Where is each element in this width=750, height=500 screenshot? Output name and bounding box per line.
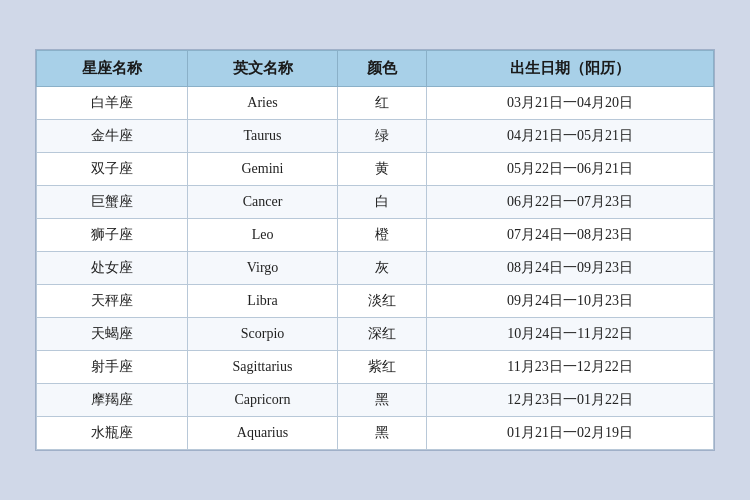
table-row: 水瓶座Aquarius黑01月21日一02月19日: [37, 417, 714, 450]
table-cell: Aries: [187, 87, 338, 120]
table-cell: 01月21日一02月19日: [427, 417, 714, 450]
table-row: 摩羯座Capricorn黑12月23日一01月22日: [37, 384, 714, 417]
table-row: 天秤座Libra淡红09月24日一10月23日: [37, 285, 714, 318]
table-cell: 射手座: [37, 351, 188, 384]
table-cell: 白: [338, 186, 427, 219]
table-row: 金牛座Taurus绿04月21日一05月21日: [37, 120, 714, 153]
zodiac-table-container: 星座名称 英文名称 颜色 出生日期（阳历） 白羊座Aries红03月21日一04…: [35, 49, 715, 451]
header-chinese-name: 星座名称: [37, 51, 188, 87]
table-cell: 12月23日一01月22日: [427, 384, 714, 417]
table-cell: 绿: [338, 120, 427, 153]
table-cell: 淡红: [338, 285, 427, 318]
table-row: 天蝎座Scorpio深红10月24日一11月22日: [37, 318, 714, 351]
table-cell: 08月24日一09月23日: [427, 252, 714, 285]
table-cell: 白羊座: [37, 87, 188, 120]
header-color: 颜色: [338, 51, 427, 87]
table-row: 白羊座Aries红03月21日一04月20日: [37, 87, 714, 120]
header-birthdate: 出生日期（阳历）: [427, 51, 714, 87]
table-row: 射手座Sagittarius紫红11月23日一12月22日: [37, 351, 714, 384]
table-cell: Aquarius: [187, 417, 338, 450]
table-cell: 05月22日一06月21日: [427, 153, 714, 186]
table-cell: 橙: [338, 219, 427, 252]
table-cell: Capricorn: [187, 384, 338, 417]
table-cell: Scorpio: [187, 318, 338, 351]
table-cell: 摩羯座: [37, 384, 188, 417]
table-cell: Leo: [187, 219, 338, 252]
table-cell: Taurus: [187, 120, 338, 153]
table-cell: 紫红: [338, 351, 427, 384]
table-cell: 11月23日一12月22日: [427, 351, 714, 384]
table-cell: 07月24日一08月23日: [427, 219, 714, 252]
table-cell: 红: [338, 87, 427, 120]
table-cell: 深红: [338, 318, 427, 351]
table-row: 狮子座Leo橙07月24日一08月23日: [37, 219, 714, 252]
table-cell: 处女座: [37, 252, 188, 285]
table-row: 巨蟹座Cancer白06月22日一07月23日: [37, 186, 714, 219]
table-cell: Sagittarius: [187, 351, 338, 384]
table-cell: Libra: [187, 285, 338, 318]
table-cell: Gemini: [187, 153, 338, 186]
table-cell: 天秤座: [37, 285, 188, 318]
table-cell: 03月21日一04月20日: [427, 87, 714, 120]
table-cell: 双子座: [37, 153, 188, 186]
table-cell: 10月24日一11月22日: [427, 318, 714, 351]
table-cell: 巨蟹座: [37, 186, 188, 219]
table-cell: 黑: [338, 384, 427, 417]
table-cell: 黄: [338, 153, 427, 186]
table-cell: 天蝎座: [37, 318, 188, 351]
table-cell: 金牛座: [37, 120, 188, 153]
table-row: 双子座Gemini黄05月22日一06月21日: [37, 153, 714, 186]
table-cell: 06月22日一07月23日: [427, 186, 714, 219]
table-cell: 04月21日一05月21日: [427, 120, 714, 153]
table-cell: 黑: [338, 417, 427, 450]
table-cell: 灰: [338, 252, 427, 285]
table-cell: Cancer: [187, 186, 338, 219]
table-header-row: 星座名称 英文名称 颜色 出生日期（阳历）: [37, 51, 714, 87]
table-cell: Virgo: [187, 252, 338, 285]
table-row: 处女座Virgo灰08月24日一09月23日: [37, 252, 714, 285]
table-cell: 水瓶座: [37, 417, 188, 450]
header-english-name: 英文名称: [187, 51, 338, 87]
zodiac-table: 星座名称 英文名称 颜色 出生日期（阳历） 白羊座Aries红03月21日一04…: [36, 50, 714, 450]
table-cell: 狮子座: [37, 219, 188, 252]
table-cell: 09月24日一10月23日: [427, 285, 714, 318]
